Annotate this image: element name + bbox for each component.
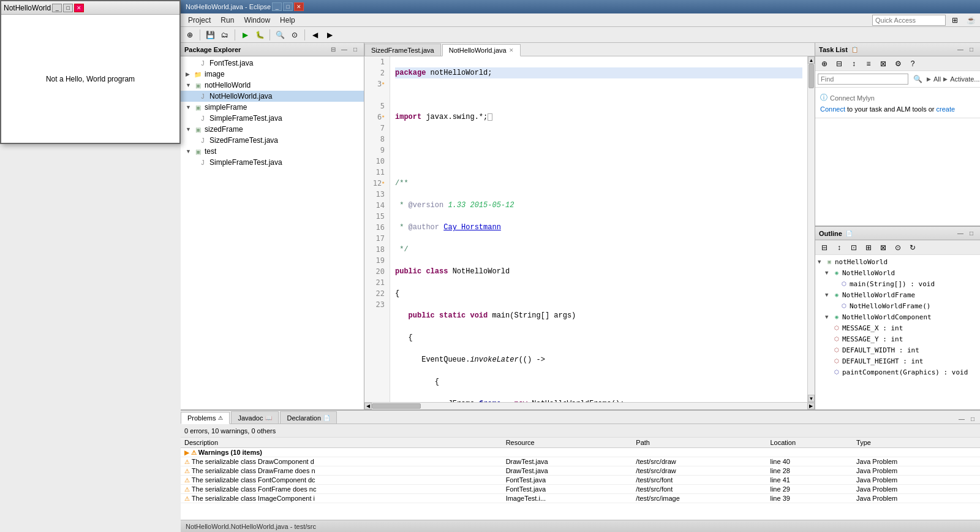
problems-maximize[interactable]: □ (968, 414, 978, 424)
task-help-btn[interactable]: ? (906, 57, 919, 70)
task-list-minimize[interactable]: — (956, 45, 965, 55)
float-maximize-btn[interactable]: □ (63, 4, 73, 12)
vscroll-up-btn[interactable]: ▲ (808, 56, 815, 64)
hscroll-left-btn[interactable]: ◀ (364, 403, 372, 409)
task-new-btn[interactable]: ⊕ (818, 57, 831, 70)
eclipse-close-btn[interactable]: ✕ (294, 2, 304, 11)
eclipse-minimize-btn[interactable]: _ (272, 2, 282, 11)
hscroll-right-btn[interactable]: ▶ (807, 403, 815, 409)
outline-field-msgy[interactable]: ⬡ MESSAGE_Y : int (815, 333, 980, 344)
task-list-maximize[interactable]: □ (967, 45, 976, 55)
toolbar-java-btn[interactable]: ☕ (964, 13, 978, 27)
menu-project[interactable]: Project (183, 15, 216, 26)
eclipse-restore-btn[interactable]: □ (283, 2, 293, 11)
editor-vscroll[interactable]: ▲ ▼ (807, 56, 815, 402)
outline-field-msgx[interactable]: ⬡ MESSAGE_X : int (815, 322, 980, 333)
tab-sizedframetest[interactable]: SizedFrameTest.java (364, 44, 441, 56)
task-filter-btn[interactable]: ⊟ (832, 57, 846, 70)
outline-minimize[interactable]: — (956, 229, 965, 238)
collapse-all-btn[interactable]: ⊟ (328, 45, 338, 55)
mylyn-connect-link[interactable]: Connect (820, 105, 845, 113)
outline-frame-arrow: ▼ (825, 292, 832, 298)
tree-item-nothelloworld-java[interactable]: J NotHelloWorld.java (181, 91, 364, 102)
code-editor[interactable]: package notHelloWorld; import javax.swin… (390, 56, 807, 402)
outline-maximize[interactable]: □ (967, 229, 976, 238)
maximize-panel-btn[interactable]: □ (350, 45, 360, 55)
menu-help[interactable]: Help (275, 15, 300, 26)
col-description[interactable]: Description (181, 438, 502, 448)
tb-save-btn[interactable]: 💾 (203, 28, 217, 42)
outline-method-paint[interactable]: ⬡ paintComponent(Graphics) : void (815, 367, 980, 378)
tab-javadoc[interactable]: Javadoc 📖 (231, 411, 279, 424)
tree-item-fontest[interactable]: J FontTest.java (181, 58, 364, 69)
tb-debug-btn[interactable]: 🐛 (253, 28, 266, 42)
tree-item-nothelloworld-pkg[interactable]: ▼ ▣ notHelloWorld (181, 80, 364, 91)
outline-field-dh[interactable]: ⬡ DEFAULT_HEIGHT : int (815, 355, 980, 367)
table-row-3[interactable]: ⚠ The serializable class FontComponent d… (181, 476, 980, 485)
float-minimize-btn[interactable]: _ (52, 4, 62, 12)
hscroll-track[interactable] (372, 403, 807, 409)
editor-hscroll[interactable]: ◀ ▶ (364, 402, 815, 409)
tree-item-test-simple[interactable]: J SimpleFrameTest.java (181, 157, 364, 168)
tb-back-btn[interactable]: ◀ (308, 28, 322, 42)
task-find-input[interactable] (818, 74, 908, 85)
outline-static-btn[interactable]: ⊞ (862, 241, 875, 254)
outline-sync-btn[interactable]: ↻ (906, 241, 919, 254)
table-row-2[interactable]: ⚠ The serializable class DrawFrame does … (181, 466, 980, 476)
tree-item-simpleframe-pkg[interactable]: ▼ ▣ simpleFrame (181, 102, 364, 113)
menu-window[interactable]: Window (239, 15, 275, 26)
tab-nothelloworld[interactable]: NotHelloWorld.java ✕ (442, 44, 521, 56)
outline-collapse-btn[interactable]: ⊟ (818, 241, 831, 254)
tree-item-simpleframetest[interactable]: J SimpleFrameTest.java (181, 113, 364, 124)
outline-override-btn[interactable]: ⊙ (891, 241, 905, 254)
tb-run-btn[interactable]: ▶ (238, 28, 252, 42)
outline-pkg-nothelloworld[interactable]: ▼ ▣ notHelloWorld (815, 256, 980, 267)
tab-declaration[interactable]: Declaration 📄 (280, 411, 337, 424)
table-row-4[interactable]: ⚠ The serializable class FontFrame does … (181, 485, 980, 494)
tree-item-test-pkg[interactable]: ▼ ▣ test (181, 146, 364, 157)
outline-method-main[interactable]: ⬡ main(String[]) : void (815, 278, 980, 289)
vscroll-track[interactable] (808, 64, 815, 395)
menu-run[interactable]: Run (216, 15, 239, 26)
outline-method-framector[interactable]: ⬡ NotHelloWorldFrame() (815, 300, 980, 311)
task-collapse-btn[interactable]: ⊠ (876, 57, 890, 70)
tb-ref-btn[interactable]: ⊙ (288, 28, 301, 42)
problems-table[interactable]: Description Resource Path Location Type … (181, 438, 980, 520)
vscroll-down-btn[interactable]: ▼ (808, 395, 815, 402)
tab-problems[interactable]: Problems ⚠ (181, 412, 230, 424)
outline-field-dw[interactable]: ⬡ DEFAULT_WIDTH : int (815, 344, 980, 355)
tree-item-sizedframetest[interactable]: J SizedFrameTest.java (181, 135, 364, 146)
outline-class-component[interactable]: ▼ ◉ NotHelloWorldComponent (815, 311, 980, 322)
problems-minimize[interactable]: — (957, 414, 967, 424)
outline-class-nothelloworld[interactable]: ▼ ◉ NotHelloWorld (815, 267, 980, 278)
editor-content[interactable]: 1 2 3* 5 6* 7 8 9 10 11 12* 13 14 15 16 (364, 56, 815, 402)
task-sort-btn[interactable]: ↕ (847, 57, 861, 70)
tree-item-image[interactable]: ▶ 📁 image (181, 69, 364, 80)
minimize-panel-btn[interactable]: — (339, 45, 349, 55)
outline-class-frame[interactable]: ▼ ◉ NotHelloWorldFrame (815, 289, 980, 300)
col-location[interactable]: Location (766, 438, 853, 448)
vscroll-thumb[interactable] (809, 64, 814, 88)
outline-sort-btn[interactable]: ↕ (832, 241, 846, 254)
table-row-1[interactable]: ⚠ The serializable class DrawComponent d… (181, 457, 980, 466)
toolbar-perspectives-btn[interactable]: ⊞ (948, 13, 962, 27)
task-group-btn[interactable]: ≡ (862, 57, 875, 70)
tb-forward-btn[interactable]: ▶ (323, 28, 336, 42)
float-close-btn[interactable]: ✕ (74, 4, 84, 12)
task-settings-btn[interactable]: ⚙ (891, 57, 905, 70)
tb-search-btn[interactable]: 🔍 (273, 28, 287, 42)
hscroll-thumb[interactable] (372, 403, 421, 409)
table-row-5[interactable]: ⚠ The serializable class ImageComponent … (181, 494, 980, 503)
outline-fields-btn[interactable]: ⊡ (847, 241, 861, 254)
col-resource[interactable]: Resource (502, 438, 633, 448)
mylyn-create-link[interactable]: create (937, 105, 956, 113)
tb-new-btn[interactable]: ⊕ (183, 28, 197, 42)
tree-item-sizedframe-pkg[interactable]: ▼ ▣ sizedFrame (181, 124, 364, 135)
quick-access-input[interactable] (872, 15, 946, 26)
col-path[interactable]: Path (632, 438, 766, 448)
tab-nothelloworld-close[interactable]: ✕ (509, 47, 514, 53)
task-find-btn[interactable]: 🔍 (911, 72, 924, 86)
outline-nonpub-btn[interactable]: ⊠ (876, 241, 890, 254)
col-type[interactable]: Type (853, 438, 980, 448)
tb-save-all-btn[interactable]: 🗂 (218, 28, 232, 42)
